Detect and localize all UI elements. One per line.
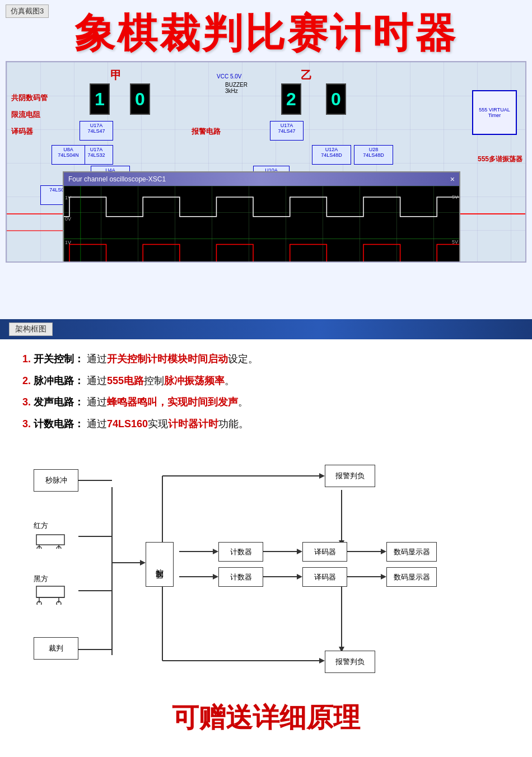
osc-left-labels-2: 1V 0V (65, 239, 71, 263)
ic-74ls47a-r: U17A74LS47 (270, 121, 304, 141)
main-title: 象棋裁判比赛计时器 (0, 0, 532, 61)
bd-bao-jing-top: 报警判负 (325, 465, 375, 487)
seg-display-2: 0 (130, 83, 150, 115)
hei-fang-icon (34, 585, 73, 605)
svg-rect-31 (36, 535, 64, 545)
block-diagram-section: 秒脉冲 红方 黑方 (0, 448, 532, 689)
bd-ji-shu-lower: 计数器 (218, 567, 263, 587)
screenshot-label: 仿真截图3 (6, 4, 49, 18)
osc-right-label-1: 5V (452, 194, 458, 200)
yi-ma-label: 译码器 (11, 127, 33, 137)
buzzer-label: BUZZER3kHz (225, 82, 248, 94)
svg-marker-24 (297, 574, 302, 580)
svg-rect-36 (36, 586, 64, 597)
bd-kong-zhi-qi: 控制器 (146, 542, 174, 587)
timer-555: 555 VIRTUALTimer (472, 90, 517, 135)
seg-display-3: 2 (281, 83, 301, 115)
osc-close-button[interactable]: × (450, 175, 455, 184)
svg-marker-18 (319, 658, 325, 663)
desc-item-3: 3. 发声电路： 通过蜂鸣器鸣叫，实现时间到发声。 (22, 394, 510, 411)
circuit-diagram: 甲 乙 共阴数码管 限流电阻 译码器 报警电路 1 0 2 (6, 61, 526, 263)
bd-container: 秒脉冲 红方 黑方 (22, 459, 510, 677)
desc-section: 1. 开关控制： 通过开关控制计时模块时间启动设定。 2. 脉冲电路： 通过55… (0, 339, 532, 448)
arch-section: 架构框图 (0, 319, 532, 339)
bottom-title: 可赠送详细原理 (0, 689, 532, 753)
circuit-area: 仿真截图3 象棋裁判比赛计时器 甲 乙 共阴数码管 限流电阻 (0, 0, 532, 319)
svg-marker-26 (381, 574, 386, 580)
osc-title: Four channel oscilloscope-XSC1 (68, 175, 166, 183)
vcc-label: VCC 5.0V (217, 73, 241, 80)
svg-marker-11 (319, 473, 325, 479)
bd-yi-ma-upper: 译码器 (302, 542, 347, 562)
osc-left-labels: 1V 0V (65, 194, 71, 222)
seg-display-1: 1 (90, 83, 110, 115)
bd-bao-jing-bottom: 报警判负 (325, 651, 375, 673)
desc-item-2: 2. 脉冲电路： 通过555电路控制脉冲振荡频率。 (22, 372, 510, 390)
seg-display-4: 0 (326, 83, 346, 115)
jia-label: 甲 (110, 68, 122, 83)
svg-marker-15 (213, 574, 218, 580)
bao-jing-label: 报警电路 (192, 127, 221, 137)
bd-shu-ma-lower: 数码显示器 (386, 567, 437, 587)
bd-hong-fang: 红方 (34, 521, 78, 552)
bd-hei-fang: 黑方 (34, 574, 78, 608)
ic-74ls47a: U17A74LS47 (80, 121, 113, 141)
osc-screen: 1V 0V 1V 0V 5V 5V Key = Space Space (64, 186, 459, 263)
svg-marker-13 (213, 549, 218, 554)
arch-header-label: 架构框图 (9, 323, 53, 336)
svg-marker-20 (297, 549, 302, 554)
yi-label: 乙 (301, 68, 312, 83)
ic-74ls48d-r2: U2874LS48D (354, 145, 393, 165)
osc-titlebar: Four channel oscilloscope-XSC1 × (64, 172, 459, 186)
top-section: 仿真截图3 象棋裁判比赛计时器 甲 乙 共阴数码管 限流电阻 (0, 0, 532, 319)
bd-cai-pan: 裁判 (34, 637, 78, 660)
svg-marker-8 (140, 560, 146, 566)
bd-shu-ma-upper: 数码显示器 (386, 542, 437, 562)
osc-waveform (64, 186, 459, 263)
xian-liu-label: 限流电阻 (11, 110, 40, 120)
bd-yi-ma-lower: 译码器 (302, 567, 347, 587)
osc-right-label-2: 5V (452, 239, 458, 245)
hong-fang-icon (34, 532, 73, 549)
oscilloscope: Four channel oscilloscope-XSC1 × (63, 171, 460, 263)
ic-74ls04n: U8A74LS04N (52, 145, 85, 165)
gong-yin-label: 共阴数码管 (11, 93, 48, 103)
desc-item-4: 3. 计数电路： 通过74LS160实现计时器计时功能。 (22, 415, 510, 433)
ic-74ls48d-r: U12A74LS48D (312, 145, 351, 165)
svg-marker-22 (381, 549, 386, 554)
bd-miao-chong: 秒脉冲 (34, 469, 78, 492)
desc-item-1: 1. 开关控制： 通过开关控制计时模块时间启动设定。 (22, 351, 510, 368)
arch-header: 架构框图 (0, 319, 532, 339)
sss-label: 555多谐振荡器 (478, 155, 522, 164)
bd-ji-shu-upper: 计数器 (218, 542, 263, 562)
